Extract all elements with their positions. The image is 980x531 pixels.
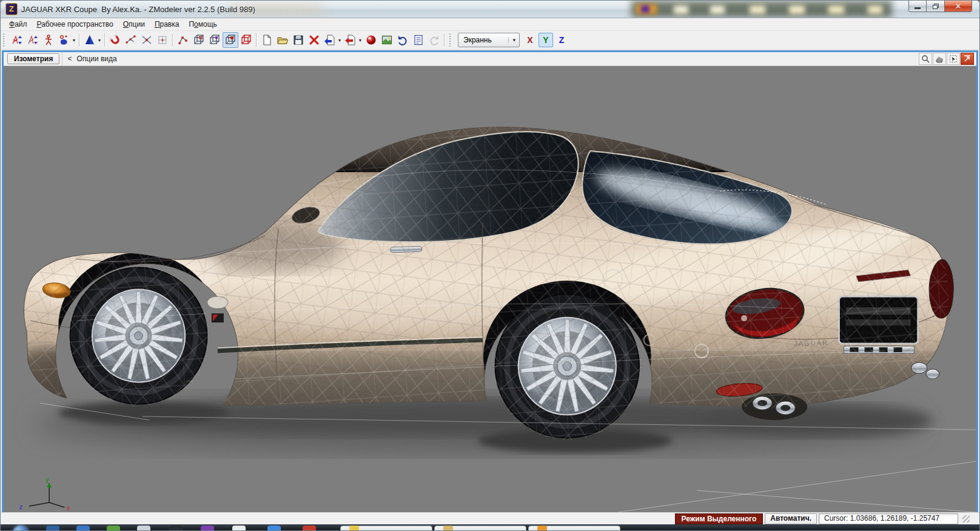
dropdown-caret-icon[interactable]: ▼ (96, 38, 102, 42)
menu-edit[interactable]: Правка (150, 19, 184, 30)
menu-file[interactable]: Файл (4, 19, 32, 30)
snap-grid-icon[interactable] (155, 32, 170, 48)
axis-gizmo-icon: y z x (19, 476, 70, 512)
view-options-label: Опции вида (76, 55, 116, 63)
box-wire-purple-icon[interactable] (207, 32, 223, 48)
window-title: JAGUAR XKR Coupe By Alex.Ka. - ZModeler … (21, 5, 255, 14)
viewport-canvas[interactable]: JAGUAR (4, 66, 976, 512)
desktop-glass-blur (828, 5, 844, 14)
cursor-coordinates: Cursor: 1.03686, 1.26189, -1.25747 (819, 513, 958, 524)
primitive-cone-icon[interactable] (82, 32, 98, 48)
restore-button[interactable] (927, 1, 944, 12)
status-bar: Режим Выделенного Автоматич. Cursor: 1.0… (1, 512, 979, 524)
taskbar-icon[interactable] (349, 526, 359, 530)
taskbar-icon[interactable] (46, 526, 59, 530)
orbit-tool-button[interactable] (947, 53, 960, 65)
weld-vertices-icon[interactable] (123, 32, 139, 48)
desktop-glass-blur (750, 5, 765, 14)
minimize-button[interactable] (908, 1, 927, 12)
select-fan-up-down-icon[interactable] (9, 32, 25, 48)
active-viewport-frame: Изометрия < Опции вида (2, 50, 978, 513)
menu-bar: Файл Рабочее пространство Опции Правка П… (1, 18, 979, 31)
taskbar-icon[interactable] (303, 526, 316, 530)
combo-caret-icon: ▼ (508, 38, 517, 43)
zoom-tool-button[interactable] (919, 53, 932, 65)
app-window: Z JAGUAR XKR Coupe By Alex.Ka. - ZModele… (0, 0, 980, 531)
close-button[interactable]: ✕ (944, 1, 972, 12)
taskbar-icon[interactable] (137, 526, 150, 530)
taskbar-icon[interactable] (232, 526, 246, 530)
axis-y-button[interactable]: Y (539, 33, 553, 47)
desktop-glass-blur (674, 5, 688, 14)
windows-taskbar[interactable] (1, 524, 979, 530)
main-toolbar: ▼ ▼ ▼ ▼ Экраннь ▼ X Y (1, 31, 979, 50)
svg-text:z: z (19, 504, 22, 510)
jaguar-xkr-3d-model: JAGUAR (4, 66, 976, 512)
restore-icon (933, 4, 939, 9)
minimize-icon (915, 7, 921, 9)
view-log-icon[interactable] (411, 32, 426, 48)
magnet-icon[interactable] (107, 32, 123, 48)
toolbar-grip[interactable] (3, 33, 7, 47)
hand-icon (935, 55, 944, 63)
view-mode-value: Экраннь (463, 36, 492, 44)
menu-options[interactable]: Опции (118, 19, 150, 30)
dropdown-caret-icon[interactable]: ▼ (71, 38, 77, 42)
box-solid-selected-icon[interactable] (223, 32, 238, 48)
open-file-icon[interactable] (275, 32, 290, 48)
view-options[interactable]: < Опции вида (62, 52, 116, 65)
orbit-icon (949, 55, 958, 63)
desktop-glass-blur (789, 5, 805, 14)
viewport-header: Изометрия < Опции вида (4, 52, 976, 66)
save-icon[interactable] (290, 32, 306, 48)
select-fan-alt-icon[interactable] (25, 32, 41, 48)
undo-icon[interactable] (395, 32, 411, 48)
dropdown-caret-icon[interactable]: ▼ (337, 38, 343, 42)
menu-workspace[interactable]: Рабочее пространство (32, 19, 118, 30)
bones-group-icon[interactable] (56, 32, 72, 48)
toolbar-grip[interactable] (449, 33, 454, 47)
start-button[interactable] (13, 526, 29, 530)
menu-help[interactable]: Помощь (184, 19, 221, 30)
resize-grip[interactable] (962, 515, 970, 523)
axis-x-button[interactable]: X (523, 33, 537, 47)
taskbar-icon[interactable] (76, 526, 90, 530)
taskbar-icon[interactable] (107, 526, 120, 530)
desktop-glass-blur (868, 5, 882, 14)
auto-mode-button[interactable]: Автоматич. (765, 513, 817, 524)
svg-text:x: x (67, 505, 70, 512)
magnifier-icon (921, 55, 930, 63)
desktop-glass-blur (641, 5, 649, 13)
close-icon: ✕ (955, 2, 962, 11)
taskbar-icon[interactable] (267, 526, 281, 530)
svg-text:y: y (45, 476, 49, 483)
dropdown-caret-icon[interactable]: ▼ (357, 38, 363, 42)
maximize-view-button[interactable] (961, 53, 974, 65)
app-icon: Z (5, 3, 18, 15)
break-vertices-icon[interactable] (139, 32, 155, 48)
selection-mode-badge[interactable]: Режим Выделенного (675, 513, 764, 524)
taskbar-icon[interactable] (169, 526, 183, 530)
export-icon[interactable] (343, 32, 358, 48)
material-sphere-icon[interactable] (363, 32, 379, 48)
box-wire-red-icon[interactable] (191, 32, 207, 48)
desktop-glass-blur (710, 5, 725, 14)
view-projection-button[interactable]: Изометрия (7, 53, 59, 64)
delete-icon[interactable] (306, 32, 322, 48)
import-icon[interactable] (322, 32, 338, 48)
taskbar-icon[interactable] (201, 526, 214, 530)
skeleton-figure-icon[interactable] (41, 32, 56, 48)
maximize-icon (963, 55, 972, 63)
new-file-icon[interactable] (259, 32, 275, 48)
axis-z-button[interactable]: Z (554, 33, 569, 47)
redo-icon[interactable] (426, 32, 442, 48)
spline-path-icon[interactable] (175, 32, 191, 48)
title-bar[interactable]: Z JAGUAR XKR Coupe By Alex.Ka. - ZModele… (1, 1, 979, 18)
texture-browser-icon[interactable] (379, 32, 395, 48)
view-mode-combo[interactable]: Экраннь ▼ (458, 33, 520, 47)
taskbar-icon[interactable] (537, 526, 547, 530)
chevron-icon: < (67, 55, 72, 63)
box-red-icon[interactable] (238, 32, 254, 48)
taskbar-icon[interactable] (443, 526, 453, 530)
pan-tool-button[interactable] (933, 53, 946, 65)
